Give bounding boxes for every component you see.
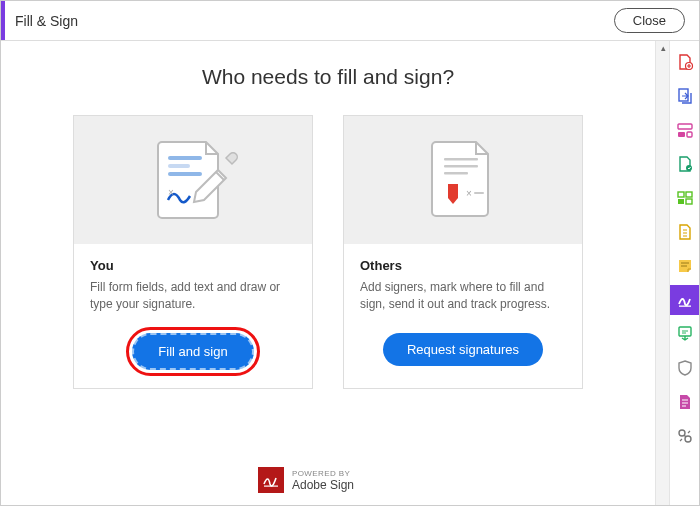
card-others-desc: Add signers, mark where to fill and sign…: [360, 279, 566, 321]
svg-rect-12: [678, 124, 692, 129]
svg-rect-4: [444, 158, 478, 161]
illustration-request-sign: ×: [344, 116, 582, 244]
tool-more-icon[interactable]: [670, 421, 700, 451]
svg-text:×: ×: [466, 188, 472, 199]
tool-organize-icon[interactable]: [670, 183, 700, 213]
footer-branding: POWERED BY Adobe Sign: [1, 467, 611, 493]
tool-edit-pdf-icon[interactable]: [670, 115, 700, 145]
card-you-desc: Fill form fields, add text and draw or t…: [90, 279, 296, 321]
tool-send-for-signature-icon[interactable]: [670, 319, 700, 349]
svg-rect-20: [679, 306, 691, 307]
svg-rect-1: [168, 164, 190, 168]
svg-rect-16: [678, 192, 684, 197]
card-body-you: You Fill form fields, add text and draw …: [74, 244, 312, 388]
powered-by-block: POWERED BY Adobe Sign: [292, 469, 354, 492]
tools-right-rail: [669, 41, 699, 505]
panel-title: Fill & Sign: [15, 13, 78, 29]
card-others: × Others Add signers, mark where to fill…: [343, 115, 583, 389]
header-accent: [1, 1, 5, 40]
svg-rect-19: [686, 199, 692, 204]
main-content: Who needs to fill and sign? × You: [1, 41, 655, 505]
tool-export-pdf-icon[interactable]: [670, 81, 700, 111]
doc-self-sign-icon: ×: [138, 134, 248, 226]
svg-rect-2: [168, 172, 202, 176]
close-button[interactable]: Close: [614, 8, 685, 33]
option-cards: × You Fill form fields, add text and dra…: [1, 115, 655, 389]
svg-rect-14: [687, 132, 692, 137]
svg-rect-6: [444, 172, 468, 175]
svg-rect-0: [168, 156, 202, 160]
page-heading: Who needs to fill and sign?: [1, 65, 655, 89]
brand-name: Adobe Sign: [292, 478, 354, 492]
tool-comment-icon[interactable]: [670, 149, 700, 179]
panel-header: Fill & Sign Close: [1, 1, 699, 41]
svg-rect-18: [678, 199, 684, 204]
tool-sticky-note-icon[interactable]: [670, 251, 700, 281]
card-you-title: You: [90, 258, 296, 273]
doc-others-sign-icon: ×: [418, 134, 508, 226]
svg-rect-9: [264, 486, 278, 487]
tool-compress-icon[interactable]: [670, 217, 700, 247]
tool-redact-icon[interactable]: [670, 387, 700, 417]
card-body-others: Others Add signers, mark where to fill a…: [344, 244, 582, 384]
fill-and-sign-button[interactable]: Fill and sign: [132, 333, 253, 370]
svg-point-15: [686, 165, 692, 171]
powered-by-label: POWERED BY: [292, 469, 354, 478]
card-you: × You Fill form fields, add text and dra…: [73, 115, 313, 389]
card-others-title: Others: [360, 258, 566, 273]
svg-rect-8: [474, 192, 484, 194]
tool-create-pdf-icon[interactable]: [670, 47, 700, 77]
svg-rect-17: [686, 192, 692, 197]
tool-fill-sign-icon[interactable]: [670, 285, 700, 315]
svg-text:×: ×: [168, 187, 174, 198]
illustration-self-sign: ×: [74, 116, 312, 244]
adobe-sign-logo-icon: [258, 467, 284, 493]
svg-rect-5: [444, 165, 478, 168]
vertical-scrollbar[interactable]: ▴: [655, 41, 669, 505]
tool-protect-icon[interactable]: [670, 353, 700, 383]
scroll-up-arrow-icon[interactable]: ▴: [656, 41, 670, 55]
svg-rect-13: [678, 132, 685, 137]
request-signatures-button[interactable]: Request signatures: [383, 333, 543, 366]
